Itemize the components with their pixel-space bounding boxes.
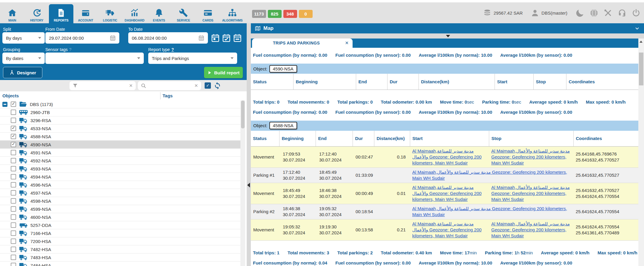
report-type-help[interactable]: ? xyxy=(171,47,174,52)
nav-tab-reports[interactable]: REPORTS xyxy=(49,4,73,23)
nav-tab-algorithms[interactable]: ALGORITHMS xyxy=(220,2,245,23)
support-icon[interactable] xyxy=(618,9,626,17)
checkbox[interactable] xyxy=(11,263,16,266)
map-collapse-icon[interactable] xyxy=(634,26,640,31)
checkbox[interactable] xyxy=(11,158,16,163)
collapse-toggle-icon[interactable] xyxy=(2,102,7,107)
split-select[interactable]: By days xyxy=(2,32,45,44)
tree-item[interactable]: 3296-RSA xyxy=(0,116,240,124)
tree-root-row[interactable]: DBS (1173) xyxy=(0,100,240,108)
panel-splitter[interactable] xyxy=(247,23,251,266)
nav-tab-logistic[interactable]: LOGISTIC xyxy=(98,2,122,23)
tree-item[interactable]: 2960-JTB xyxy=(0,108,240,116)
stop-location-link[interactable]: Al Majmaah,مدينة سدير للصناعة والأعمال G… xyxy=(491,148,570,165)
checkbox[interactable] xyxy=(11,142,16,147)
checkbox[interactable] xyxy=(11,206,16,212)
checkbox[interactable] xyxy=(11,174,16,179)
checkbox[interactable] xyxy=(11,214,16,220)
tree-item[interactable]: 4594-NSA xyxy=(0,173,240,181)
grouping-select[interactable]: By dates xyxy=(2,53,45,64)
tab-close-icon[interactable]: ✕ xyxy=(345,40,349,46)
tree-item[interactable]: 4590-NSA xyxy=(0,141,240,149)
clear-search-icon[interactable]: ✕ xyxy=(194,83,198,88)
scroll-up-icon[interactable] xyxy=(640,41,643,43)
report-tab[interactable]: TRIPS AND PARKINGS ✕ xyxy=(252,39,353,48)
checkbox[interactable] xyxy=(11,222,16,228)
designer-button[interactable]: Designer xyxy=(3,67,42,78)
nav-tab-events[interactable]: EVENTS xyxy=(147,2,171,23)
calendar-check-preset-icon[interactable] xyxy=(222,33,231,42)
checkbox[interactable] xyxy=(11,182,16,187)
sensor-tags-select[interactable] xyxy=(45,53,144,64)
stop-location-link[interactable]: Al Majmaah,مدينة سدير للصناعة والأعمال G… xyxy=(491,221,570,238)
refresh-icon[interactable] xyxy=(214,82,221,90)
user-menu[interactable]: DBS(master) xyxy=(531,9,567,17)
start-location-link[interactable]: Al Majmaah,مدينة سدير للصناعة والأعمال G… xyxy=(412,221,481,238)
tree-item[interactable]: 4533-NSA xyxy=(0,124,240,133)
start-location-link[interactable]: Al Majmaah,مدينة سدير للصناعة والأعمال G… xyxy=(412,148,481,165)
calendar-range-preset-icon[interactable] xyxy=(233,33,242,42)
to-date-input[interactable]: 06.08.2024 00:00 xyxy=(128,32,208,44)
logout-icon[interactable] xyxy=(632,9,640,17)
checkbox[interactable] xyxy=(11,198,16,204)
checkbox[interactable] xyxy=(11,126,16,131)
checkbox[interactable] xyxy=(11,150,16,155)
checkbox[interactable] xyxy=(11,134,16,139)
clear-filter-icon[interactable]: ✕ xyxy=(129,83,133,88)
tree-item[interactable]: 7482-HSA xyxy=(0,245,240,253)
stop-location-link[interactable]: Al Majmaah,مدينة سدير للصناعة والأعمال G… xyxy=(491,185,570,202)
report-type-select[interactable]: Trips and Parkings xyxy=(148,53,237,64)
expand-map-icon[interactable] xyxy=(446,35,450,37)
objects-scrollbar-thumb[interactable] xyxy=(241,101,245,128)
counter-badge[interactable]: 348 xyxy=(283,10,297,18)
report-scrollbar-thumb[interactable] xyxy=(639,53,643,85)
nav-tab-cards[interactable]: CARDS xyxy=(196,2,220,23)
checkbox[interactable] xyxy=(11,102,16,107)
tree-item[interactable]: 4588-NSA xyxy=(0,133,240,141)
tree-item[interactable]: 4592-NSA xyxy=(0,157,240,165)
nav-tab-history[interactable]: HISTORY xyxy=(24,2,49,23)
tree-item[interactable]: 4591-NSA xyxy=(0,149,240,157)
checkbox[interactable] xyxy=(11,239,16,244)
tree-item[interactable]: 7166-HSA xyxy=(0,229,240,237)
tree-item[interactable]: 4599-NSA xyxy=(0,205,240,213)
dark-mode-icon[interactable] xyxy=(576,9,584,17)
tree-item[interactable]: 4597-NSA xyxy=(0,189,240,197)
checkbox[interactable] xyxy=(11,247,16,252)
counter-badge[interactable]: 825 xyxy=(268,10,282,18)
tree-item[interactable]: 5257-DDA xyxy=(0,221,240,229)
tree-item[interactable]: 7200-HSA xyxy=(0,237,240,245)
nav-tab-dashboard[interactable]: DASHBOARD xyxy=(122,2,147,23)
start-location-link[interactable]: Al Majmaah,مدينة سدير للصناعة والأعمال G… xyxy=(412,185,481,202)
tree-item[interactable]: 4593-NSA xyxy=(0,165,240,173)
checkbox[interactable] xyxy=(11,110,16,115)
tree-item[interactable]: 4598-NSA xyxy=(0,197,240,205)
tree-item[interactable]: 7484-HSA xyxy=(0,262,240,266)
calendar-icon[interactable] xyxy=(110,35,116,41)
nav-tab-service[interactable]: SERVICE xyxy=(171,2,196,23)
tree-item[interactable]: 7483-HSA xyxy=(0,253,240,262)
nav-tab-account[interactable]: ACCOUNT xyxy=(73,2,98,23)
filter-input[interactable]: ✕ xyxy=(70,81,136,90)
checkbox[interactable] xyxy=(11,118,16,123)
search-input[interactable]: ✕ xyxy=(138,81,201,90)
nav-tab-main[interactable]: MAIN xyxy=(0,2,24,23)
checkbox[interactable] xyxy=(11,230,16,236)
tree-item[interactable]: 4600-NSA xyxy=(0,213,240,221)
build-report-button[interactable]: Build report xyxy=(204,67,243,78)
calendar-icon[interactable] xyxy=(198,35,204,41)
counter-badge[interactable]: 1173 xyxy=(252,10,266,18)
parking-location-link[interactable]: Al Majmaah,مدينة سدير للصناعة والأعمال G… xyxy=(412,206,567,217)
calendar-day-preset-icon[interactable] xyxy=(211,33,220,42)
language-icon[interactable] xyxy=(590,9,598,17)
checkbox[interactable] xyxy=(11,166,16,171)
from-date-input[interactable]: 29.07.2024 00:00 xyxy=(45,32,119,44)
counter-badge[interactable]: 0 xyxy=(299,10,313,18)
select-all-checkbox[interactable]: ✓ xyxy=(205,82,211,89)
parking-location-link[interactable]: Al Majmaah,مدينة سدير للصناعة والأعمال G… xyxy=(412,170,567,181)
collapse-panel-icon[interactable] xyxy=(247,183,250,187)
tree-item[interactable]: 4596-NSA xyxy=(0,181,240,189)
checkbox[interactable] xyxy=(11,255,16,260)
checkbox[interactable] xyxy=(11,190,16,196)
settings-tools-icon[interactable] xyxy=(604,9,612,17)
